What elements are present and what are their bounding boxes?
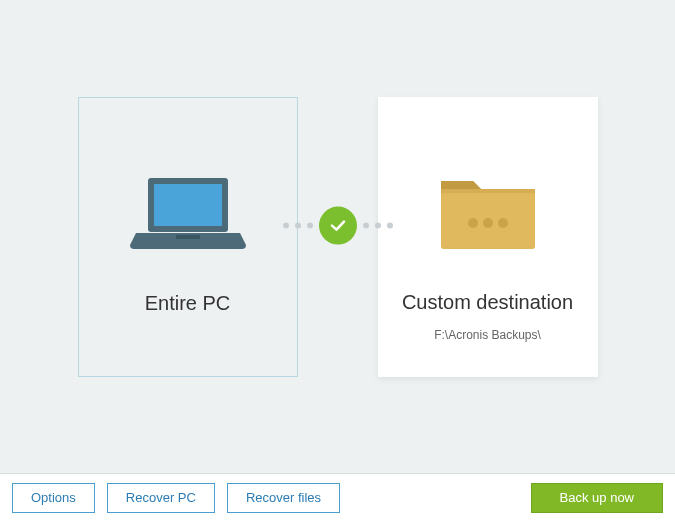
- footer-bar: Options Recover PC Recover files Back up…: [0, 473, 675, 521]
- source-panel[interactable]: Entire PC: [78, 97, 298, 377]
- destination-path: F:\Acronis Backups\: [434, 328, 541, 342]
- destination-title: Custom destination: [402, 291, 573, 314]
- recover-pc-button[interactable]: Recover PC: [107, 483, 215, 513]
- dot-icon: [295, 222, 301, 228]
- options-button[interactable]: Options: [12, 483, 95, 513]
- svg-rect-1: [154, 184, 222, 226]
- dot-icon: [375, 222, 381, 228]
- dot-icon: [307, 222, 313, 228]
- svg-point-6: [498, 218, 508, 228]
- svg-point-4: [468, 218, 478, 228]
- dot-icon: [363, 222, 369, 228]
- recover-files-button[interactable]: Recover files: [227, 483, 340, 513]
- checkmark-icon: [319, 206, 357, 244]
- panels-row: Entire PC Custom destination F:\Acronis …: [78, 97, 598, 377]
- connector: [283, 206, 393, 244]
- svg-point-5: [483, 218, 493, 228]
- dot-icon: [387, 222, 393, 228]
- folder-icon: [433, 157, 543, 267]
- backup-now-button[interactable]: Back up now: [531, 483, 663, 513]
- source-title: Entire PC: [145, 292, 231, 315]
- main-area: Entire PC Custom destination F:\Acronis …: [0, 0, 675, 473]
- svg-rect-2: [176, 235, 200, 239]
- laptop-icon: [128, 158, 248, 268]
- dot-icon: [283, 222, 289, 228]
- destination-panel[interactable]: Custom destination F:\Acronis Backups\: [378, 97, 598, 377]
